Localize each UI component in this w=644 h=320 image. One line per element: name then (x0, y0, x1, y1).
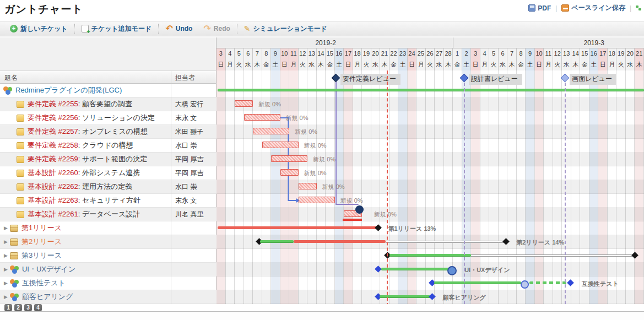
gantt-bar[interactable] (280, 169, 299, 176)
page-button[interactable]: 3 (24, 304, 32, 311)
ticket-link[interactable]: 要件定義 #2259 (28, 154, 78, 164)
day-header-cell: 6 (244, 48, 253, 59)
undo-button[interactable]: ↶ Undo (160, 25, 198, 32)
day-header-cell: 16 (589, 48, 599, 59)
ticket-link[interactable]: 基本設計 #2263 (28, 196, 78, 205)
table-row[interactable]: 要件定義 #2257: オンプレミスの構想米田 雛子 (0, 125, 217, 139)
progress-line-thin[interactable] (471, 254, 634, 257)
simulation-mode-button[interactable]: ✎ シミュレーションモード (239, 24, 333, 34)
milestone-circle[interactable] (521, 280, 529, 289)
expand-triangle-icon[interactable]: ▶ (4, 239, 8, 245)
expand-triangle-icon[interactable]: ▶ (4, 294, 8, 300)
baseline-save-button[interactable]: ベースライン保存 (561, 3, 625, 13)
weekday-header-cell: 日 (280, 59, 290, 70)
baseline-icon (561, 4, 569, 12)
weekday-header-cell: 木 (444, 59, 453, 70)
subproject-link[interactable]: 互換性テスト (22, 278, 66, 288)
table-row[interactable]: 基本設計 #2261: データベース設計川名 真里 (0, 208, 217, 221)
expand-triangle-icon[interactable]: ▶ (4, 280, 8, 286)
progress-line-green[interactable] (389, 254, 472, 257)
page-button[interactable]: 1 (4, 304, 12, 311)
subproject-link[interactable]: UI・UXデザイン (22, 264, 75, 274)
day-header-cell: 4 (480, 48, 490, 59)
version-link[interactable]: 第2リリース (21, 237, 62, 247)
ticket-link[interactable]: 基本設計 #2261 (28, 209, 78, 219)
new-ticket-button[interactable]: + 新しいチケット (4, 24, 73, 34)
version-link[interactable]: 第1リリース (21, 223, 62, 233)
gantt-bar[interactable] (299, 183, 317, 189)
today-line (387, 70, 388, 312)
table-row[interactable]: ▶第2リリース (0, 235, 217, 249)
expand-triangle-icon[interactable]: ▶ (4, 253, 8, 258)
expand-triangle-icon[interactable]: ▶ (4, 225, 8, 231)
subproject-link[interactable]: 顧客ヒアリング (22, 292, 73, 302)
table-row[interactable]: 基本設計 #2262: 運用方法の定義水口 崇 (0, 180, 217, 194)
table-row[interactable]: 要件定義 #2256: ソリューションの決定末永 文 (0, 111, 217, 125)
project-link[interactable]: Redmineプラグインの開発(LGC) (15, 85, 122, 95)
gantt-bar[interactable] (253, 128, 289, 134)
ticket-icon (17, 211, 24, 218)
table-row[interactable]: ▶互換性テスト (0, 276, 217, 290)
table-row[interactable]: ▶第3リリース (0, 249, 217, 263)
simulation-mode-label: シミュレーションモード (253, 24, 328, 34)
page-button[interactable]: 2 (14, 304, 22, 311)
gantt-bar[interactable] (299, 197, 335, 203)
weekday-header-cell: 火 (426, 59, 435, 70)
table-row[interactable]: ▶顧客ヒアリング (0, 290, 217, 304)
redo-button[interactable]: ↷ Redo (198, 25, 235, 32)
weekday-header-cell: 木 (253, 59, 262, 70)
table-row[interactable]: ▶第1リリース (0, 221, 217, 235)
milestone-label: 設計書レビュー (469, 74, 522, 85)
table-row[interactable]: ▶UI・UXデザイン (0, 263, 217, 276)
table-row[interactable]: 基本設計 #2263: セキュリティ方針末永 文 (0, 194, 217, 208)
progress-line-red[interactable] (294, 240, 386, 243)
table-row[interactable]: 基本設計 #2260: 外部システム連携平岡 厚吉 (0, 166, 217, 180)
pencil-icon: ✎ (244, 25, 251, 32)
table-row[interactable]: Redmineプラグインの開発(LGC) (0, 84, 217, 97)
pdf-icon (528, 4, 535, 12)
day-header-cell: 11 (544, 48, 553, 59)
plugin-icon[interactable] (636, 4, 642, 12)
ticket-link[interactable]: 要件定義 #2256 (28, 113, 78, 123)
ticket-subject: : ソリューションの決定 (78, 113, 155, 123)
progress-line-green[interactable] (381, 268, 448, 270)
weekday-header-cell: 水 (435, 59, 444, 70)
bar-status-label: 新規 0% (295, 128, 317, 136)
day-header-cell: 26 (426, 48, 435, 59)
ticket-icon (17, 128, 24, 135)
table-row[interactable]: 要件定義 #2258: クラウドの構想水口 崇 (0, 139, 217, 153)
ticket-link[interactable]: 要件定義 #2258 (28, 140, 78, 150)
weekday-header-cell: 月 (226, 59, 235, 70)
undo-label: Undo (176, 25, 193, 32)
pdf-button[interactable]: PDF (528, 4, 551, 12)
ticket-link[interactable]: 基本設計 #2262 (28, 182, 78, 192)
expand-triangle-icon[interactable]: ▶ (4, 267, 8, 272)
day-header-cell: 17 (344, 48, 353, 59)
milestone-circle[interactable] (355, 205, 364, 214)
gantt-bar[interactable] (262, 142, 299, 148)
table-row[interactable]: 要件定義 #2255: 顧客要望の調査大橋 宏行 (0, 97, 217, 111)
progress-line-green[interactable] (260, 240, 294, 243)
day-header-cell: 5 (489, 48, 499, 59)
weekday-header-cell: 月 (608, 59, 617, 70)
gantt-bar[interactable] (244, 114, 280, 121)
progress-line-green[interactable] (434, 281, 522, 284)
milestone-circle[interactable] (447, 266, 457, 275)
weekday-header-cell: 日 (471, 59, 480, 70)
version-link[interactable]: 第3リリース (21, 251, 62, 261)
gantt-bar[interactable] (271, 155, 307, 162)
ticket-link[interactable]: 基本設計 #2260 (28, 168, 78, 178)
ticket-add-mode-button[interactable]: チケット追加モード (76, 24, 158, 34)
progress-line-green[interactable] (218, 89, 644, 91)
ticket-link[interactable]: 要件定義 #2257 (28, 127, 78, 137)
page-button[interactable]: 4 (34, 304, 42, 311)
ticket-link[interactable]: 要件定義 #2255 (28, 99, 78, 109)
ticket-icon (17, 197, 24, 204)
bar-status-label: 新規 0% (322, 183, 345, 191)
ticket-subject: : オンプレミスの構想 (78, 127, 148, 137)
progress-line-thin[interactable] (386, 241, 505, 243)
table-row[interactable]: 要件定義 #2259: サポート範囲の決定平岡 厚吉 (0, 153, 217, 166)
progress-line-green-dashed[interactable] (529, 281, 567, 284)
gantt-bar[interactable] (235, 100, 253, 107)
progress-line-red[interactable] (218, 226, 377, 229)
